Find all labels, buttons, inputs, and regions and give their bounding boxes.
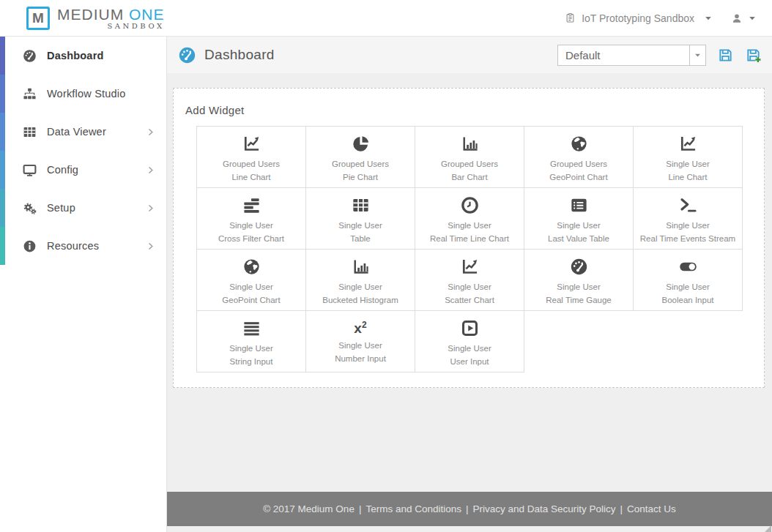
widget-single-user-table[interactable]: Single User Table [306, 188, 415, 250]
widget-line1: Grouped Users [524, 158, 633, 171]
widget-line1: Grouped Users [306, 158, 415, 171]
sidebar-item-workflow-studio[interactable]: Workflow Studio [0, 75, 166, 113]
nav-accent-strip [0, 189, 5, 227]
line-chart-icon [242, 134, 261, 154]
widget-line2: Real Time Gauge [524, 294, 633, 307]
sandbox-selector-label: IoT Prototyping Sandbox [582, 12, 694, 24]
widget-line2: Line Chart [197, 171, 305, 184]
sandbox-selector[interactable]: IoT Prototyping Sandbox [565, 12, 712, 24]
add-widget-panel: Add Widget Grouped Users Line Chart Grou… [173, 88, 765, 388]
sidebar-item-dashboard[interactable]: Dashboard [0, 37, 166, 75]
widget-line1: Single User [634, 220, 742, 233]
terminal-icon [678, 195, 698, 215]
sidebar-item-label: Resources [47, 240, 99, 252]
widget-line1: Single User [524, 220, 633, 233]
x-squared-icon: x2 [351, 318, 371, 338]
chevron-right-icon [146, 204, 155, 212]
widget-single-user-geopoint-chart[interactable]: Single User GeoPoint Chart [197, 250, 306, 311]
page-title: Dashboard [204, 47, 275, 63]
sidebar-item-resources[interactable]: Resources [0, 227, 166, 265]
widget-line1: Single User [634, 158, 742, 171]
sidebar-item-label: Data Viewer [47, 126, 106, 138]
gears-icon [22, 201, 37, 216]
widget-line1: Single User [197, 342, 305, 356]
sidebar-item-label: Dashboard [47, 50, 104, 61]
widget-single-user-line-chart[interactable]: Single User Line Chart [634, 127, 743, 188]
widget-line1: Single User [634, 281, 742, 294]
widget-single-user-last-value-table[interactable]: Single User Last Value Table [524, 188, 634, 250]
main-content: Dashboard Default Add Widget Grouped Use… [167, 37, 772, 532]
globe-icon [569, 134, 589, 154]
clock-icon [460, 195, 480, 215]
widget-grouped-users-geopoint-chart[interactable]: Grouped Users GeoPoint Chart [524, 127, 634, 188]
widget-line2: Pie Chart [306, 171, 415, 184]
globe-icon [242, 257, 261, 277]
widget-single-user-real-time-line-chart[interactable]: Single User Real Time Line Chart [415, 188, 524, 250]
info-icon [22, 239, 37, 254]
pie-chart-icon [351, 134, 371, 154]
user-menu[interactable] [731, 12, 756, 24]
widget-line2: Real Time Line Chart [415, 233, 524, 246]
widget-single-user-bucketed-histogram[interactable]: Single User Bucketed Histogram [306, 250, 415, 311]
medium-one-logo[interactable]: M MEDIUM ONE SANDBOX [26, 7, 165, 30]
widget-line2: Table [306, 233, 415, 246]
widget-single-user-real-time-events-stream[interactable]: Single User Real Time Events Stream [634, 188, 743, 250]
widget-single-user-number-input[interactable]: x2 Single User Number Input [306, 311, 415, 372]
caret-down-icon [705, 15, 712, 22]
widget-line1: Single User [415, 281, 524, 294]
footer-separator: | [359, 503, 362, 514]
line-chart-icon [460, 257, 480, 277]
gauge-icon [22, 48, 37, 64]
widget-single-user-string-input[interactable]: Single User String Input [197, 311, 306, 372]
footer: © 2017 Medium One | Terms and Conditions… [167, 492, 772, 526]
save-as-new-dashboard-button[interactable] [745, 47, 762, 64]
bar-chart-icon [351, 257, 371, 277]
nav-accent-strip [0, 227, 5, 265]
footer-link-contact[interactable]: Contact Us [627, 503, 676, 514]
logo-subtitle: SANDBOX [57, 22, 165, 30]
sidebar-item-label: Config [47, 164, 78, 176]
align-justify-icon [242, 318, 261, 338]
widget-line2: String Input [197, 356, 305, 369]
sidebar-item-data-viewer[interactable]: Data Viewer [0, 113, 166, 151]
widget-line2: Bar Chart [415, 171, 524, 184]
nav-accent-strip [0, 151, 5, 189]
sitemap-icon [22, 86, 37, 102]
widget-single-user-cross-filter-chart[interactable]: Single User Cross Filter Chart [197, 188, 306, 250]
table-icon [22, 124, 37, 140]
widget-grid: Grouped Users Line Chart Grouped Users P… [196, 126, 743, 372]
widget-single-user-user-input[interactable]: Single User User Input [415, 311, 524, 372]
widget-grouped-users-line-chart[interactable]: Grouped Users Line Chart [197, 127, 306, 188]
sidebar-item-setup[interactable]: Setup [0, 189, 166, 227]
resize-grip-icon[interactable] [765, 525, 771, 532]
widget-single-user-boolean-input[interactable]: Single User Boolean Input [634, 250, 743, 311]
widget-single-user-scatter-chart[interactable]: Single User Scatter Chart [415, 250, 524, 311]
nav-accent-strip [0, 75, 5, 113]
line-chart-icon [678, 134, 698, 154]
save-dashboard-button[interactable] [717, 47, 734, 64]
widget-line2: GeoPoint Chart [197, 294, 305, 307]
logo-wordmark: MEDIUM ONE [57, 7, 165, 23]
widget-line1: Single User [306, 340, 415, 353]
widget-grouped-users-bar-chart[interactable]: Grouped Users Bar Chart [415, 127, 524, 188]
chevron-right-icon [146, 166, 155, 174]
dashboard-preset-select[interactable]: Default [557, 45, 706, 66]
widget-line2: GeoPoint Chart [524, 171, 633, 184]
widget-line1: Grouped Users [197, 158, 305, 171]
widget-line1: Single User [197, 281, 305, 294]
sidebar-item-config[interactable]: Config [0, 151, 166, 189]
chevron-right-icon [146, 242, 155, 250]
monitor-icon [22, 162, 37, 178]
widget-line1: Single User [306, 281, 415, 294]
logo-m-icon: M [26, 7, 50, 30]
table-icon [351, 195, 371, 215]
widget-line2: User Input [415, 356, 524, 369]
page-header: Dashboard Default [167, 37, 772, 73]
widget-line1: Single User [415, 220, 524, 233]
footer-link-terms[interactable]: Terms and Conditions [365, 503, 461, 514]
bar-chart-icon [460, 134, 480, 154]
widget-single-user-real-time-gauge[interactable]: Single User Real Time Gauge [524, 250, 634, 311]
footer-link-privacy[interactable]: Privacy and Data Security Policy [473, 503, 616, 514]
chevron-right-icon [146, 128, 155, 136]
widget-grouped-users-pie-chart[interactable]: Grouped Users Pie Chart [306, 127, 415, 188]
